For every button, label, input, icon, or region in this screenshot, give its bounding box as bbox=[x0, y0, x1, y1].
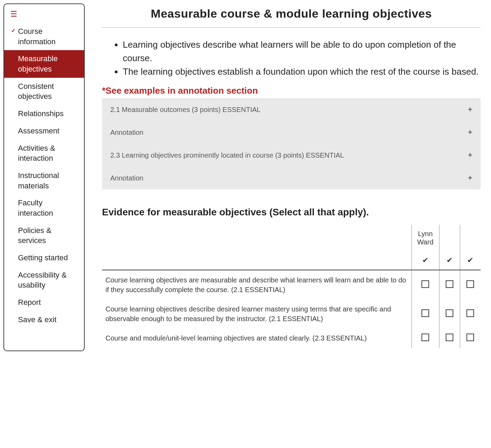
reviewer-name-0: LynnWard bbox=[411, 225, 439, 251]
accordion: 2.1 Measurable outcomes (3 points) ESSEN… bbox=[102, 98, 481, 189]
checkbox[interactable] bbox=[466, 309, 474, 317]
sidebar-item-label: Assessment bbox=[18, 127, 59, 135]
checkbox[interactable] bbox=[466, 334, 474, 341]
checkbox[interactable] bbox=[446, 280, 453, 288]
sidebar-item-label: Accessibility & usability bbox=[18, 271, 67, 290]
sidebar-item-11[interactable]: Report bbox=[4, 294, 84, 311]
sidebar-item-label: Relationships bbox=[18, 109, 64, 118]
sidebar-item-label: Policies & services bbox=[18, 226, 52, 245]
sidebar-item-3[interactable]: Relationships bbox=[4, 105, 84, 122]
sidebar-item-label: Instructional materials bbox=[18, 171, 59, 190]
checkbox[interactable] bbox=[421, 309, 429, 317]
table-header-blank2 bbox=[102, 251, 411, 270]
main-content: Measurable course & module learning obje… bbox=[95, 3, 488, 351]
sidebar-item-label: Activities & interaction bbox=[18, 144, 55, 163]
evidence-text-0: Course learning objectives are measurabl… bbox=[102, 270, 411, 299]
evidence-checkbox-1-1 bbox=[439, 299, 460, 328]
evidence-table: LynnWard ✔✔✔ Course learning objectives … bbox=[102, 225, 481, 348]
menu-icon[interactable]: ☰ bbox=[4, 7, 84, 21]
checkbox[interactable] bbox=[466, 280, 474, 288]
evidence-text-1: Course learning objectives describe desi… bbox=[102, 299, 411, 328]
evidence-checkbox-2-2 bbox=[460, 328, 481, 348]
sidebar-item-label: Save & exit bbox=[18, 315, 56, 324]
sidebar-item-4[interactable]: Assessment bbox=[4, 122, 84, 140]
sidebar-item-0[interactable]: Course information bbox=[4, 23, 84, 50]
sidebar-item-label: Faculty interaction bbox=[18, 198, 53, 217]
sidebar-item-label: Report bbox=[18, 298, 41, 307]
sidebar: ☰ Course informationMeasurable objective… bbox=[3, 3, 85, 351]
evidence-checkbox-1-2 bbox=[460, 299, 481, 328]
reviewer-check-header-1: ✔ bbox=[439, 251, 460, 270]
sidebar-item-5[interactable]: Activities & interaction bbox=[4, 140, 84, 167]
intro-bullet-1: The learning objectives establish a foun… bbox=[123, 65, 481, 78]
reviewer-name-1 bbox=[439, 225, 460, 251]
expand-icon: + bbox=[468, 128, 472, 137]
evidence-heading: Evidence for measurable objectives (Sele… bbox=[102, 207, 481, 218]
intro-bullet-0: Learning objectives describe what learne… bbox=[123, 38, 481, 65]
evidence-checkbox-2-1 bbox=[439, 328, 460, 348]
table-row: Course and module/unit-level learning ob… bbox=[102, 328, 481, 348]
evidence-checkbox-2-0 bbox=[411, 328, 439, 348]
evidence-checkbox-1-0 bbox=[411, 299, 439, 328]
sidebar-item-10[interactable]: Accessibility & usability bbox=[4, 267, 84, 294]
page-title: Measurable course & module learning obje… bbox=[102, 7, 481, 28]
sidebar-item-1[interactable]: Measurable objectives bbox=[4, 50, 84, 77]
see-examples-note: *See examples in annotation section bbox=[102, 85, 481, 96]
checkbox[interactable] bbox=[421, 280, 429, 288]
sidebar-item-6[interactable]: Instructional materials bbox=[4, 167, 84, 194]
table-row: Course learning objectives describe desi… bbox=[102, 299, 481, 328]
accordion-item-3[interactable]: Annotation+ bbox=[102, 167, 481, 189]
evidence-text-2: Course and module/unit-level learning ob… bbox=[102, 328, 411, 348]
sidebar-item-label: Course information bbox=[18, 27, 56, 46]
sidebar-item-label: Getting started bbox=[18, 253, 68, 262]
sidebar-item-12[interactable]: Save & exit bbox=[4, 311, 84, 328]
accordion-item-1[interactable]: Annotation+ bbox=[102, 121, 481, 144]
sidebar-item-2[interactable]: Consistent objectives bbox=[4, 78, 84, 105]
reviewer-check-header-2: ✔ bbox=[460, 251, 481, 270]
sidebar-item-label: Measurable objectives bbox=[18, 54, 58, 73]
table-header-blank bbox=[102, 225, 411, 251]
accordion-item-label: Annotation bbox=[110, 129, 143, 137]
sidebar-item-label: Consistent objectives bbox=[18, 82, 54, 101]
sidebar-item-9[interactable]: Getting started bbox=[4, 249, 84, 267]
evidence-checkbox-0-0 bbox=[411, 270, 439, 299]
checkbox[interactable] bbox=[446, 334, 453, 341]
accordion-item-2[interactable]: 2.3 Learning objectives prominently loca… bbox=[102, 144, 481, 167]
expand-icon: + bbox=[468, 174, 472, 183]
accordion-item-label: 2.3 Learning objectives prominently loca… bbox=[110, 151, 344, 159]
checkbox[interactable] bbox=[446, 309, 453, 317]
accordion-item-label: 2.1 Measurable outcomes (3 points) ESSEN… bbox=[110, 106, 261, 114]
reviewer-name-2 bbox=[460, 225, 481, 251]
intro-bullets: Learning objectives describe what learne… bbox=[102, 38, 481, 78]
accordion-item-label: Annotation bbox=[110, 174, 143, 182]
expand-icon: + bbox=[468, 151, 472, 160]
sidebar-item-7[interactable]: Faculty interaction bbox=[4, 194, 84, 222]
nav-list: Course informationMeasurable objectivesC… bbox=[4, 23, 84, 328]
sidebar-item-8[interactable]: Policies & services bbox=[4, 222, 84, 249]
expand-icon: + bbox=[468, 105, 472, 114]
evidence-checkbox-0-1 bbox=[439, 270, 460, 299]
accordion-item-0[interactable]: 2.1 Measurable outcomes (3 points) ESSEN… bbox=[102, 98, 481, 121]
evidence-checkbox-0-2 bbox=[460, 270, 481, 299]
table-row: Course learning objectives are measurabl… bbox=[102, 270, 481, 299]
checkbox[interactable] bbox=[421, 334, 429, 341]
reviewer-check-header-0: ✔ bbox=[411, 251, 439, 270]
